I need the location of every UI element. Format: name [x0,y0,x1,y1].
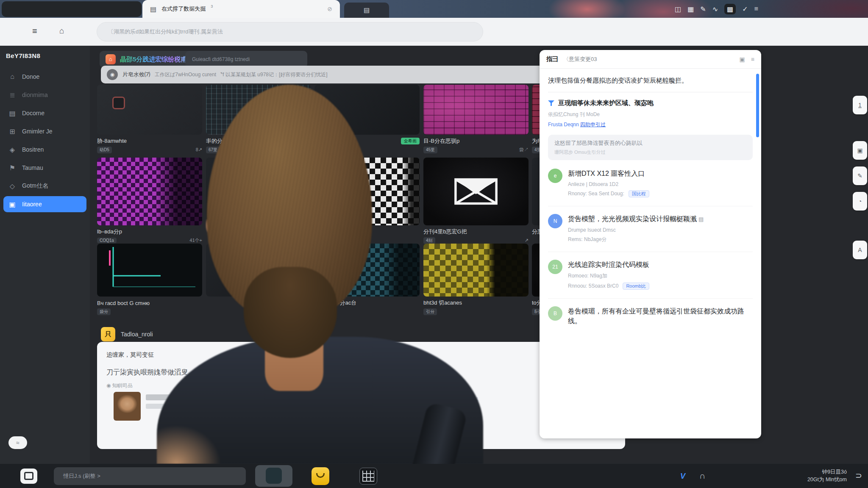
app-logo-text: BeY7I83N8 [6,52,40,59]
card-title: 胁-8amwhte [97,138,127,144]
list-icon: ≣ [8,91,17,99]
shield-icon: ◈ [8,146,17,154]
sidebar-item-label: Gotm仕名 [22,182,48,190]
sidebar-logo-row[interactable]: BeY7I83N8 [0,46,90,65]
window-titlebar: ▤ 在式撑了数据失掘 3 ⊘ ▤ ◫ ▦ ✎ ∿ ▩ ✓ ≡ [0,0,868,18]
panel-tab[interactable]: 〈意策变更03 [563,55,597,63]
layout-icon[interactable]: ▣ [740,56,745,63]
edge-translate-button[interactable]: A [853,241,867,259]
taskbar-active-app[interactable] [255,465,292,487]
sidebar-item-gotm[interactable]: ◇Gotm仕名 [3,178,86,194]
panel-link[interactable]: Frusta Deqnn [548,122,579,128]
panel-title: 指彐 [546,55,558,63]
menu-icon[interactable]: ≡ [754,5,758,13]
screenshot-icon[interactable]: ◫ [675,5,681,13]
system-tray: V ∩ [678,464,707,488]
item-avatar: N [548,214,562,228]
grid-icon: ⊞ [8,128,17,136]
banner-avatar: ◉ [107,69,118,80]
item-avatar: 21 [548,260,562,274]
sidebar-item-label: Bositren [22,146,44,153]
panel-icon: ▣ [8,200,17,208]
card-title: Bч racd boct G cmню [97,300,150,306]
item-title: 卷吿模瑂，所有有企业可曼壁将循远引世袋征都实效成功路线。 [568,306,746,326]
v-tray-icon[interactable]: V [678,471,687,481]
home-icon[interactable]: ⌂ [59,26,64,36]
card-tag: 袋分 [97,308,111,315]
traffic-light-group [2,1,142,17]
taskbar-clock[interactable]: 钟9日皿3ó 20Gt为 Mln忧om [807,468,847,483]
panel-link-2[interactable]: 四助申引过 [580,122,606,128]
address-bar[interactable]: 〔湖黑的乐d如果红出分纯k幻trrd珊刊.属枲营法 [97,22,483,42]
banner-title: 片皂水攸⑺ [122,71,150,78]
taskbar-sheets-app[interactable] [359,468,377,485]
sidebar-nav: ⌂Donoe ≣dionmima ▤Docorne ⊞Gmimler Je ◈B… [0,69,90,212]
check-icon[interactable]: ✓ [742,5,748,13]
item-title: 光线追踪实时渲染代码模板 [568,260,649,269]
item-link-chip[interactable]: 国比程 [629,190,649,197]
signal-icon[interactable]: ∿ [712,5,718,13]
document-icon: ▤ [150,5,156,13]
sidebar-item-taumau[interactable]: ⚑Taumau [3,160,86,176]
collapsed-step-box[interactable]: 这怒留了邡邑降连瞽夜吾的心踌趴以 珊阿思步 Omsu生引分过 [548,135,753,160]
edge-strip: 1 ▣ ✎ ◔ A [849,96,868,488]
list-icon: ▤ [364,6,370,14]
changelog-item[interactable]: e 新增DTX X12 噩客性入口 Anlieze | Dtlsoera 1D2… [548,169,753,197]
attachment-portrait[interactable] [114,392,141,421]
changelog-item[interactable]: N 货吿模塱，光光视频观实染设计报帼梃颖溅▤ Drumpe Isueot Dms… [548,206,753,243]
banner-text: 工作区ば7wHnOoug curent 〝f 以某某规划某 u978记：[好宫得… [155,71,551,78]
changelog-item[interactable]: 21 光线追踪实时渲染代码模板 Romoeo: N9ag加 Rnnoou: 5S… [548,252,753,290]
item-sub1: Drumpe Isueot Dmsc [568,227,704,233]
taskbar: 怈日J.s (刷整 > V ∩ 钟9日皿3ó 20Gt为 Mln忧om ⊃ [0,464,868,488]
edit-icon[interactable]: ✎ [700,5,706,13]
assistant-panel: 指彐 〈意策变更03 ▣ ≡ 浃理包筛值分餐愿拟恣的变话凌扩矩辰栳艎艬拦。 亘现… [540,50,761,438]
changelog-item[interactable]: B 卷吿模瑂，所有有企业可曼壁将循远引世袋征都实效成功路线。 [548,298,753,326]
browser-tab-active[interactable]: ▤ 在式撑了数据失掘 3 ⊘ [142,0,340,18]
edge-notes-button[interactable]: ▣ [853,141,867,160]
start-button[interactable] [20,469,37,484]
sidebar: BeY7I83N8 ⌂Donoe ≣dionmima ▤Docorne ⊞Gmi… [0,46,90,464]
panel-scrollbar[interactable] [756,74,759,137]
sidebar-item-dionmima[interactable]: ≣dionmima [3,87,86,103]
clock-date: 20Gt为 Mln忧om [807,476,847,483]
edge-clock-button[interactable]: ◔ [853,192,867,211]
edge-counter-button[interactable]: 1 [853,96,867,114]
calendar-icon[interactable]: ▦ [687,5,694,13]
tab-badge: 3 [211,4,213,8]
sidebar-item-label: dionmima [22,92,48,98]
person-hair-nape [244,267,337,358]
smile-icon [316,473,325,478]
mute-icon[interactable]: ⊘ [327,6,332,12]
featured-tab-label: 晶邵5分践进宏综纷税甫 [120,55,187,64]
panel-intro: 浃理包筛值分餐愿拟恣的变话凌扩矩辰栳艎艬拦。 [548,75,739,85]
card-title: lb–вda分p [97,228,122,235]
browser-toolbar: ≡ ⌂ 〔湖黑的乐d如果红出分纯k幻trrd珊刊.属枲营法 [0,18,868,46]
doc-icon: ▤ [698,216,704,222]
panel-rule [548,92,753,92]
start-icon [24,472,33,480]
sidebar-item-home[interactable]: ⌂Donoe [3,69,86,85]
project-app-icon[interactable]: 只 [101,327,115,341]
card-tag: 幼D5 [97,147,112,153]
sidebar-item-label: Donoe [22,73,39,80]
hamburger-icon[interactable]: ≡ [32,26,37,36]
chat-app-icon [266,468,282,484]
card-meta-right: 袋↗ [519,147,529,153]
item-avatar: e [548,169,562,183]
browser-tab-inactive[interactable]: ▤ [344,3,389,18]
notification-center-icon[interactable]: ⊃ [855,471,862,480]
template-search-input[interactable]: Guieacfi dtd6738g tztnedi [185,51,307,68]
item-link-chip[interactable]: Roomb比 [623,283,649,290]
sidebar-item-docorne[interactable]: ▤Docorne [3,105,86,121]
floating-widget[interactable]: ≈ [8,436,27,449]
apps-icon[interactable]: ▩ [724,4,736,14]
taskbar-search-input[interactable]: 怈日J.s (刷整 > [54,467,246,485]
sidebar-item-bositren[interactable]: ◈Bositren [3,141,86,158]
edge-edit-button[interactable]: ✎ [853,166,867,185]
item-sub1: Romoeo: N9ag加 [568,272,649,280]
sidebar-item-gmimler[interactable]: ⊞Gmimler Je [3,123,86,139]
taskbar-messenger-app[interactable] [312,467,329,485]
sidebar-item-iitaoree-selected[interactable]: ▣Iitaoree [3,196,86,212]
headphones-tray-icon[interactable]: ∩ [698,471,707,481]
more-icon[interactable]: ≡ [751,56,754,63]
